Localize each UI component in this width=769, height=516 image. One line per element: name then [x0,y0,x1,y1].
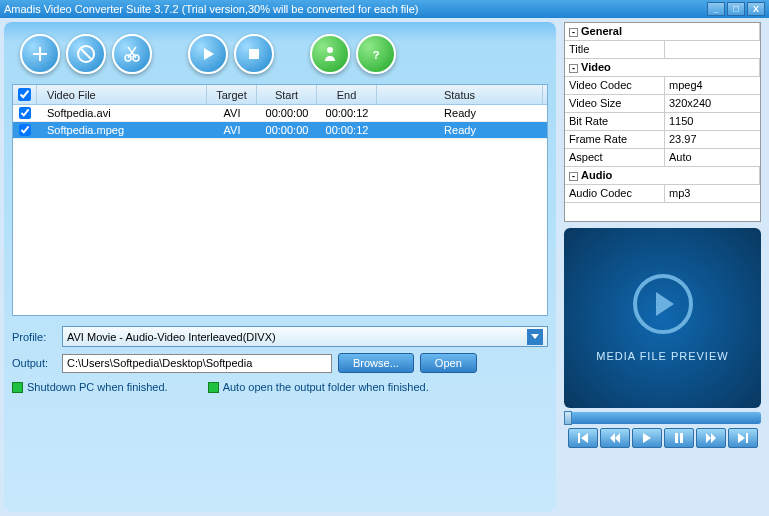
seek-thumb[interactable] [564,411,572,425]
browse-button[interactable]: Browse... [338,353,414,373]
cell-file: Softpedia.avi [37,105,207,121]
col-check-header[interactable] [13,85,37,104]
svg-point-4 [327,47,333,53]
trim-button[interactable] [112,34,152,74]
collapse-icon[interactable]: - [569,28,578,37]
add-file-button[interactable] [20,34,60,74]
property-row[interactable]: Frame Rate23.97 [565,131,760,149]
output-label: Output: [12,357,56,369]
forward-button[interactable] [696,428,726,448]
pause-button[interactable] [664,428,694,448]
autoopen-checkbox[interactable]: Auto open the output folder when finishe… [208,381,429,393]
prop-key: Audio Codec [565,185,665,202]
property-row[interactable]: Audio Codecmp3 [565,185,760,203]
property-row[interactable]: Title [565,41,760,59]
chevron-down-icon [527,329,543,345]
help-button[interactable]: ? [356,34,396,74]
col-status-header[interactable]: Status [377,85,543,104]
cell-start: 00:00:00 [257,122,317,138]
prev-button[interactable] [568,428,598,448]
right-panel: -GeneralTitle-VideoVideo Codecmpeg4Video… [560,18,765,516]
cell-file: Softpedia.mpeg [37,122,207,138]
preview-label: MEDIA FILE PREVIEW [596,350,728,362]
property-row[interactable]: AspectAuto [565,149,760,167]
prop-key: Frame Rate [565,131,665,148]
window-title: Amadis Video Converter Suite 3.7.2 (Tria… [4,3,707,15]
col-target-header[interactable]: Target [207,85,257,104]
cell-end: 00:00:12 [317,122,377,138]
prop-key: Video Codec [565,77,665,94]
prop-value[interactable]: mp3 [665,185,760,202]
left-panel: ? Video File Target Start End Status Sof… [4,22,556,512]
play-preview-icon [633,274,693,334]
stop-button[interactable] [234,34,274,74]
cell-status: Ready [377,105,543,121]
prop-key: Video Size [565,95,665,112]
remove-file-button[interactable] [66,34,106,74]
player-controls [564,428,761,448]
seek-slider[interactable] [564,412,761,424]
cell-target: AVI [207,122,257,138]
close-button[interactable]: X [747,2,765,16]
autoopen-label: Auto open the output folder when finishe… [223,381,429,393]
svg-rect-3 [249,49,259,59]
shutdown-label: Shutdown PC when finished. [27,381,168,393]
convert-button[interactable] [188,34,228,74]
prop-value[interactable]: Auto [665,149,760,166]
col-file-header[interactable]: Video File [37,85,207,104]
profile-label: Profile: [12,331,56,343]
preview-panel: MEDIA FILE PREVIEW [564,228,761,408]
table-row[interactable]: Softpedia.mpegAVI00:00:0000:00:12Ready [13,122,547,139]
list-header: Video File Target Start End Status [13,85,547,105]
prop-value[interactable]: 1150 [665,113,760,130]
about-button[interactable] [310,34,350,74]
cell-status: Ready [377,122,543,138]
play-button[interactable] [632,428,662,448]
file-list: Video File Target Start End Status Softp… [12,84,548,316]
open-button[interactable]: Open [420,353,477,373]
prop-value[interactable] [665,41,760,58]
property-row[interactable]: -General [565,23,760,41]
property-row[interactable]: -Audio [565,167,760,185]
property-row[interactable]: Video Size320x240 [565,95,760,113]
checkbox-icon [12,382,23,393]
cell-end: 00:00:12 [317,105,377,121]
maximize-button[interactable]: □ [727,2,745,16]
row-checkbox[interactable] [19,107,31,119]
output-input[interactable] [62,354,332,373]
titlebar: Amadis Video Converter Suite 3.7.2 (Tria… [0,0,769,18]
col-end-header[interactable]: End [317,85,377,104]
row-checkbox[interactable] [19,124,31,136]
prop-key: Aspect [565,149,665,166]
prop-value[interactable]: mpeg4 [665,77,760,94]
prop-key: Bit Rate [565,113,665,130]
next-button[interactable] [728,428,758,448]
property-row[interactable]: Video Codecmpeg4 [565,77,760,95]
checkbox-icon [208,382,219,393]
prop-value[interactable]: 320x240 [665,95,760,112]
prop-value[interactable]: 23.97 [665,131,760,148]
property-row[interactable]: Bit Rate1150 [565,113,760,131]
col-start-header[interactable]: Start [257,85,317,104]
minimize-button[interactable]: _ [707,2,725,16]
properties-grid[interactable]: -GeneralTitle-VideoVideo Codecmpeg4Video… [564,22,761,222]
cell-start: 00:00:00 [257,105,317,121]
prop-key: Title [565,41,665,58]
collapse-icon[interactable]: - [569,64,578,73]
table-row[interactable]: Softpedia.aviAVI00:00:0000:00:12Ready [13,105,547,122]
rewind-button[interactable] [600,428,630,448]
svg-text:?: ? [373,49,380,61]
toolbar: ? [12,30,548,84]
collapse-icon[interactable]: - [569,172,578,181]
shutdown-checkbox[interactable]: Shutdown PC when finished. [12,381,168,393]
cell-target: AVI [207,105,257,121]
profile-select[interactable]: AVI Movie - Audio-Video Interleaved(DIVX… [62,326,548,347]
property-row[interactable]: -Video [565,59,760,77]
profile-value: AVI Movie - Audio-Video Interleaved(DIVX… [67,331,276,343]
